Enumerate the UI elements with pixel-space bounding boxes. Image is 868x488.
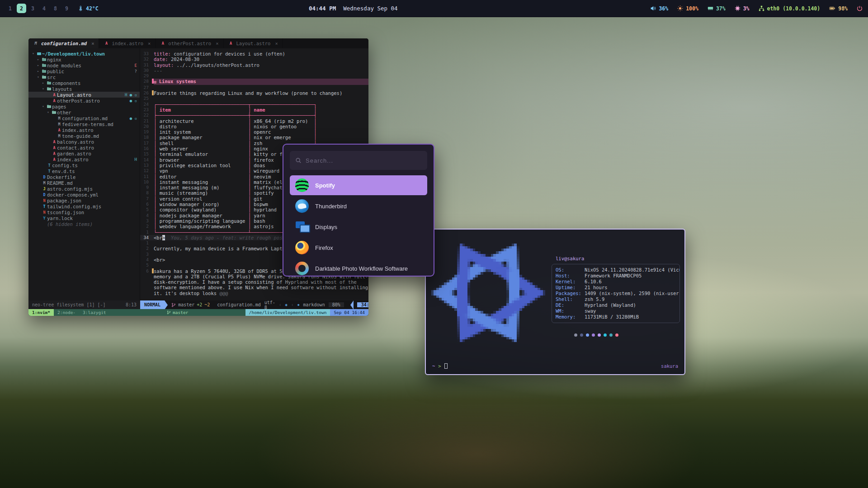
buffer-line[interactable]: 24┌────────────────────────────────┬────… (140, 102, 368, 107)
tree-item[interactable]: ▾ other (28, 109, 140, 115)
network-module[interactable]: eth0 (10.0.0.140) (759, 5, 821, 12)
launcher-item[interactable]: Displays (290, 217, 427, 237)
buffer-line[interactable]: 22├────────────────────────────────┼────… (140, 113, 368, 118)
git-status-badge: E (135, 63, 140, 68)
tree-item[interactable]: README.md (28, 180, 140, 186)
buffer-tab[interactable]: index.astro × (99, 38, 156, 48)
workspace-button[interactable]: 4 (39, 4, 49, 13)
tab-close-icon[interactable]: × (91, 41, 94, 46)
launcher-item[interactable]: Spotify (290, 175, 427, 195)
tree-item[interactable]: env.d.ts (28, 168, 140, 174)
tree-item[interactable]: ▸ nginx (28, 56, 140, 62)
workspace-button[interactable]: 8 (51, 4, 60, 13)
tree-item[interactable]: contact.astro (28, 145, 140, 150)
tree-item[interactable]: docker-compose.yml (28, 192, 140, 197)
buffer-tab[interactable]: otherPost.astro × (156, 38, 223, 48)
buffer-line[interactable]: 28▤ Linux systems (140, 79, 368, 84)
launcher-item[interactable]: Darktable Photo Workflow Software (290, 258, 427, 277)
buffer-line[interactable]: 20│ distro │ nixos or gentoo │ (140, 124, 368, 129)
workspace-button[interactable]: 9 (62, 4, 71, 13)
launcher-item[interactable]: Thunderbird (290, 196, 427, 216)
tab-close-icon[interactable]: × (275, 41, 278, 46)
tree-item[interactable]: index.astro (28, 127, 140, 133)
tree-item[interactable]: config.ts (28, 162, 140, 168)
tree-item[interactable]: configuration.md ● ▫ (28, 115, 140, 121)
buffer-line[interactable]: 25 (140, 96, 368, 101)
tree-item[interactable]: ▸ components (28, 80, 140, 86)
buffer-tab[interactable]: Layout.astro × (224, 38, 283, 48)
workspace-button[interactable]: 2 (17, 4, 26, 13)
launcher-results: Spotify Thunderbird Displays Firefox Dar… (290, 175, 427, 277)
buffer-line[interactable]: 19│ init system │ openrc │ (140, 129, 368, 135)
info-value: Hyprland (Wayland) (585, 302, 636, 308)
git-status-badge: H ● ▫ (125, 93, 140, 97)
buffer-line[interactable]: 30--- (140, 68, 368, 73)
tree-item[interactable]: balcony.astro (28, 139, 140, 145)
tree-item[interactable]: tsconfig.json (28, 209, 140, 215)
search-input[interactable] (306, 157, 422, 164)
brightness-module[interactable]: 100% (677, 5, 698, 12)
tree-item[interactable]: ▸ node_modules E (28, 62, 140, 68)
file-name: node_modules (47, 63, 81, 68)
info-value: zsh 5.9 (585, 296, 604, 302)
tree-item[interactable]: astro.config.mjs (28, 186, 140, 192)
buffer-line[interactable]: 21│ architecture │ x86_64 (rip m2 pro) │ (140, 118, 368, 124)
workspace-button[interactable]: 3 (28, 4, 38, 13)
tree-item[interactable]: (6 hidden items) (28, 221, 140, 227)
file-name: tailwind.config.mjs (47, 204, 101, 209)
palette-dot (615, 333, 618, 337)
tmux-window[interactable]: 2:node- (54, 309, 79, 316)
buffer-line[interactable]: 27 (140, 85, 368, 90)
filetype-label: markdown (303, 302, 325, 307)
file-name: fediverse-terms.md (62, 122, 113, 127)
tree-item[interactable]: ▾ layouts (28, 86, 140, 92)
buffer-line[interactable]: 32date: 2024-08-30 (140, 56, 368, 62)
tree-item[interactable]: package.json (28, 197, 140, 203)
tree-item[interactable]: index.astro H (28, 156, 140, 162)
tree-item[interactable]: Dockerfile (28, 174, 140, 180)
progress-indicator: 80% (329, 302, 344, 307)
tree-item[interactable]: ▾ pages (28, 103, 140, 109)
tree-item[interactable]: tone-guide.md (28, 133, 140, 139)
tree-item[interactable]: Layout.astro H ● ▫ (28, 92, 140, 98)
file-icon (47, 169, 52, 174)
volume-module[interactable]: 36% (650, 5, 668, 12)
file-name: Dockerfile (47, 174, 75, 180)
status-bar: 1 2 3 4 8 9 42°C 04:44 PM Wednesday Sep … (0, 0, 868, 17)
memory-module: 37% (708, 5, 726, 12)
tree-item[interactable]: tailwind.config.mjs (28, 203, 140, 209)
tmux-path: /home/liv/Development/liv.town (245, 309, 330, 316)
shell-prompt[interactable]: ~ > (432, 363, 448, 369)
git-status-badge: ● ▫ (130, 99, 140, 103)
buffer-line[interactable]: 23│ item │ name │ (140, 107, 368, 113)
tmux-window[interactable]: 3:lazygit (79, 309, 109, 316)
buffer-line[interactable]: 31layout: ../../layouts/otherPost.astro (140, 62, 368, 68)
status-bar-left: 1 2 3 4 8 9 42°C (5, 4, 99, 13)
tree-item[interactable]: otherPost.astro ● ▫ (28, 98, 140, 103)
line-number: 9 (140, 185, 152, 190)
tree-item[interactable]: ▸ public ? (28, 68, 140, 74)
file-icon (47, 80, 52, 85)
buffer-line[interactable]: 18│ package manager │ nix or emerge │ (140, 135, 368, 140)
power-button[interactable] (857, 5, 863, 11)
file-icon (42, 63, 47, 68)
launcher-item[interactable]: Firefox (290, 238, 427, 258)
workspace-button[interactable]: 1 (5, 4, 15, 13)
app-label: Firefox (315, 244, 333, 251)
buffer-line[interactable]: 26Favorite things regarding Linux and my… (140, 90, 368, 96)
tree-item[interactable]: fediverse-terms.md (28, 121, 140, 127)
file-name: components (52, 80, 80, 86)
tree-item[interactable]: ▾ ~/Development/liv.town (28, 51, 140, 56)
tmux-window[interactable]: 1:nvim* (28, 309, 54, 316)
terminal-color-palette (574, 333, 618, 337)
tab-close-icon[interactable]: × (216, 41, 218, 46)
buffer-tab[interactable]: configuration.md × (28, 38, 99, 48)
tree-statusline-title: neo-tree filesystem [1] [-] (32, 302, 106, 307)
tree-item[interactable]: yarn.lock (28, 215, 140, 221)
tab-close-icon[interactable]: × (148, 41, 151, 46)
tree-item[interactable]: garden.astro (28, 150, 140, 156)
file-icon (57, 133, 62, 138)
tree-item[interactable]: ▾ src (28, 74, 140, 80)
buffer-line[interactable]: 29 (140, 73, 368, 79)
buffer-line[interactable]: 33title: configuration for devices i use… (140, 51, 368, 56)
